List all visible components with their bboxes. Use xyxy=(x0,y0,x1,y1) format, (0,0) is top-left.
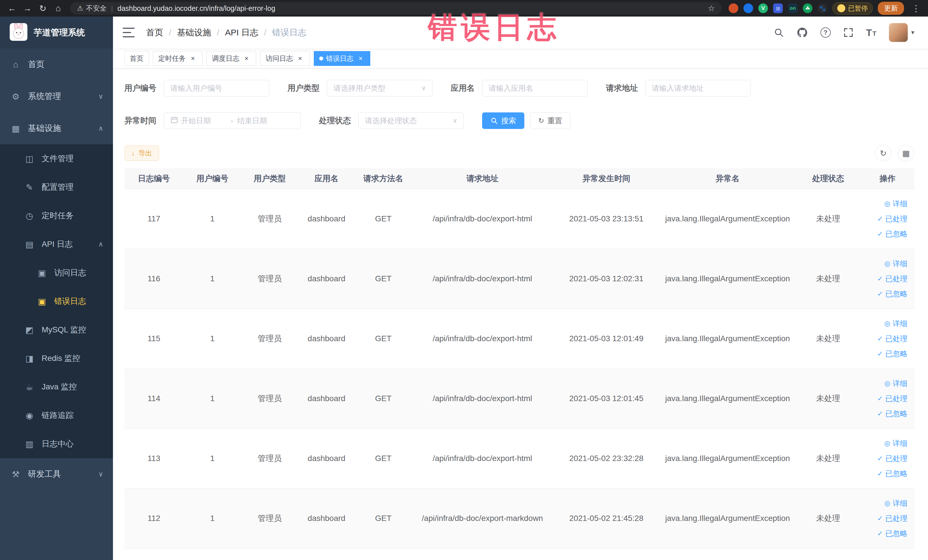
processed-link[interactable]: 已处理 xyxy=(877,514,907,523)
sidebar-item-file-manage[interactable]: 文件管理 xyxy=(0,144,113,173)
browser-menu-icon[interactable] xyxy=(909,2,923,15)
close-icon[interactable] xyxy=(189,54,197,63)
sidebar-item-home[interactable]: 首页 xyxy=(0,49,113,81)
fullscreen-icon[interactable] xyxy=(843,27,853,38)
processed-link[interactable]: 已处理 xyxy=(877,334,907,344)
date-end-input[interactable] xyxy=(237,116,283,125)
detail-link[interactable]: 详细 xyxy=(884,498,907,508)
ignored-link[interactable]: 已忽略 xyxy=(877,349,907,359)
browser-reload-icon[interactable] xyxy=(36,2,50,15)
processed-link[interactable]: 已处理 xyxy=(877,453,907,464)
processed-link[interactable]: 已处理 xyxy=(877,394,907,404)
close-icon[interactable] xyxy=(242,54,251,63)
github-icon[interactable] xyxy=(797,27,808,38)
cell-log-id: 117 xyxy=(124,189,183,249)
col-app-name: 应用名 xyxy=(298,168,355,189)
extension-icon-paw[interactable]: 🐾 xyxy=(818,3,827,13)
breadcrumb-api-log[interactable]: API 日志 xyxy=(225,27,272,38)
eye-icon xyxy=(884,439,890,447)
processed-link[interactable]: 已处理 xyxy=(877,214,907,224)
filter-request-url: 请求地址 xyxy=(606,80,751,96)
detail-link[interactable]: 详细 xyxy=(884,378,907,389)
app-logo[interactable]: 芋道管理系统 xyxy=(0,17,113,49)
cell-exception: java.lang.IllegalArgumentException xyxy=(659,189,796,249)
reset-button[interactable]: 重置 xyxy=(530,112,571,129)
profile-paused-chip[interactable]: 已暂停 xyxy=(832,2,873,15)
ignored-link[interactable]: 已忽略 xyxy=(877,469,907,479)
breadcrumb-home[interactable]: 首页 xyxy=(146,27,177,38)
sidebar-submenu-infra: 文件管理 配置管理 定时任务 API 日志 访问日志 错误日志 xyxy=(0,144,113,458)
cell-user-type: 管理员 xyxy=(241,189,298,249)
browser-back-icon[interactable] xyxy=(5,2,19,15)
chevron-down-icon xyxy=(453,117,457,124)
detail-link[interactable]: 详细 xyxy=(884,438,907,449)
address-bar[interactable]: 不安全 | dashboard.yudao.iocoder.cn/infra/l… xyxy=(70,2,722,15)
page-url[interactable]: dashboard.yudao.iocoder.cn/infra/log/api… xyxy=(118,4,275,12)
sidebar-item-trace[interactable]: 链路追踪 xyxy=(0,401,113,430)
page-content: 用户编号 用户类型 请选择用户类型 应用名 xyxy=(113,69,928,560)
tab-access-log[interactable]: 访问日志 xyxy=(260,51,310,66)
sidebar-item-log-center[interactable]: 日志中心 xyxy=(0,430,113,458)
user-id-input[interactable] xyxy=(170,84,263,93)
sidebar-item-access-log[interactable]: 访问日志 xyxy=(0,258,113,287)
extension-icon-blue-drop[interactable] xyxy=(743,3,753,13)
sidebar-item-redis-monitor[interactable]: Redis 监控 xyxy=(0,344,113,372)
browser-forward-icon[interactable] xyxy=(21,2,34,15)
sidebar-item-scheduled-jobs[interactable]: 定时任务 xyxy=(0,201,113,230)
tab-scheduled-jobs[interactable]: 定时任务 xyxy=(153,51,203,66)
sidebar-item-mysql-monitor[interactable]: MySQL 监控 xyxy=(0,316,113,344)
column-settings-button[interactable] xyxy=(898,145,914,162)
detail-link[interactable]: 详细 xyxy=(884,259,907,269)
search-icon[interactable] xyxy=(774,27,784,38)
extension-icon-grid[interactable]: ▦ xyxy=(773,3,783,13)
table-refresh-button[interactable] xyxy=(875,145,891,162)
ignored-link[interactable]: 已忽略 xyxy=(877,529,907,539)
request-url-input[interactable] xyxy=(652,84,744,93)
ignored-link[interactable]: 已忽略 xyxy=(877,409,907,419)
browser-update-button[interactable]: 更新 xyxy=(878,2,904,15)
processed-link[interactable]: 已处理 xyxy=(877,274,907,284)
search-button[interactable]: 搜索 xyxy=(482,112,524,129)
extension-icon-orange[interactable] xyxy=(729,3,738,13)
tools-icon xyxy=(10,469,21,479)
sidebar-item-java-monitor[interactable]: Java 监控 xyxy=(0,372,113,401)
sidebar-item-system[interactable]: 系统管理 xyxy=(0,81,113,112)
ignored-link[interactable]: 已忽略 xyxy=(877,289,907,299)
sidebar-item-infra[interactable]: 基础设施 xyxy=(0,112,113,144)
bookmark-star-icon[interactable] xyxy=(708,4,715,13)
cell-request-url: /api/infra/db-doc/export-html xyxy=(412,249,553,309)
detail-link[interactable]: 详细 xyxy=(884,199,907,209)
extension-icon-leaf[interactable]: ☘ xyxy=(803,3,812,13)
tab-error-log[interactable]: 错误日志 xyxy=(314,51,370,66)
detail-link[interactable]: 详细 xyxy=(884,319,907,329)
help-icon[interactable] xyxy=(820,27,831,38)
date-start-input[interactable] xyxy=(181,116,227,125)
tab-schedule-log[interactable]: 调度日志 xyxy=(206,51,256,66)
site-security-warning[interactable]: 不安全 xyxy=(77,4,107,13)
exception-time-label: 异常时间 xyxy=(124,115,156,126)
extension-icon-on-badge[interactable]: on xyxy=(788,3,798,13)
search-button-label: 搜索 xyxy=(501,116,516,126)
app-name-input[interactable] xyxy=(489,84,581,93)
user-menu[interactable] xyxy=(889,23,914,42)
tab-home[interactable]: 首页 xyxy=(124,51,149,66)
export-button[interactable]: 导出 xyxy=(124,145,159,161)
sidebar-item-error-log[interactable]: 错误日志 xyxy=(0,287,113,316)
browser-home-icon[interactable] xyxy=(51,2,65,15)
gear-icon xyxy=(10,92,21,102)
cell-user-id: 1 xyxy=(183,429,241,488)
extension-icon-green-v[interactable]: V xyxy=(758,3,768,13)
process-status-select[interactable]: 请选择处理状态 xyxy=(358,112,464,129)
close-icon[interactable] xyxy=(356,54,365,63)
breadcrumb-infra[interactable]: 基础设施 xyxy=(177,27,225,38)
close-icon[interactable] xyxy=(296,54,304,63)
sidebar-item-dev-tools[interactable]: 研发工具 xyxy=(0,458,113,490)
font-size-icon[interactable] xyxy=(866,27,876,37)
hamburger-icon[interactable] xyxy=(123,27,135,37)
sidebar-item-config-manage[interactable]: 配置管理 xyxy=(0,173,113,201)
select-placeholder: 请选择处理状态 xyxy=(365,116,417,126)
user-type-select[interactable]: 请选择用户类型 xyxy=(327,80,432,96)
sidebar-item-api-log[interactable]: API 日志 xyxy=(0,230,113,258)
ignored-link[interactable]: 已忽略 xyxy=(877,229,907,239)
date-range-picker[interactable]: - xyxy=(164,112,301,129)
